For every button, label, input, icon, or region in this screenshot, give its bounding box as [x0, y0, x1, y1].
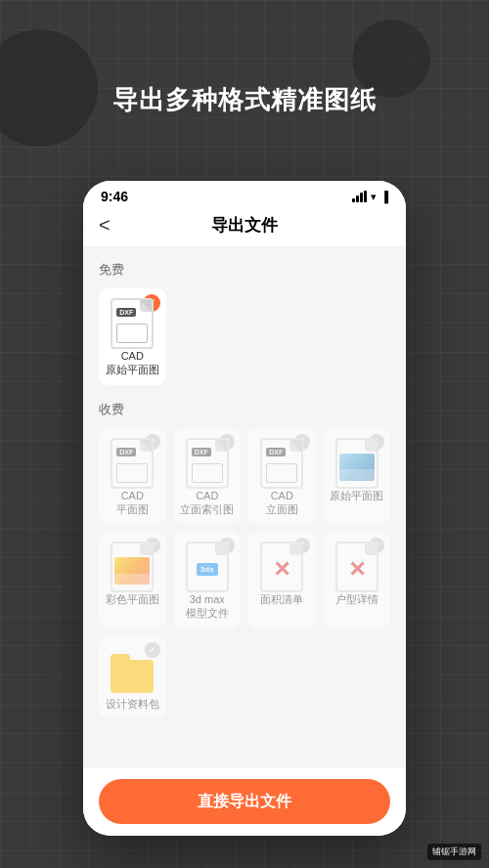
- image-preview: [339, 454, 375, 481]
- dxf-badge: DXF: [266, 448, 286, 456]
- folder-tab: [111, 654, 130, 664]
- list-item[interactable]: DXF CAD原始平面图: [99, 288, 166, 385]
- cad-file-icon: DXF: [111, 298, 154, 349]
- image-file-icon: [335, 438, 378, 489]
- excel-file-icon: ✕: [335, 542, 378, 592]
- status-time: 9:46: [101, 189, 128, 204]
- watermark: 辅锯手游网: [427, 844, 481, 860]
- free-section-label: 免费: [99, 261, 390, 279]
- status-icons: ▾ ▐: [352, 191, 388, 203]
- cad-file-icon: DXF: [111, 438, 154, 489]
- file-name: 设计资料包: [106, 697, 159, 711]
- image-preview: [114, 557, 150, 585]
- list-item[interactable]: ✕ 户型详情: [324, 532, 391, 629]
- paid-file-grid: DXF CAD平面图 DXF CAD立面索引图 DXF: [99, 428, 390, 718]
- nav-bar: < 导出文件: [83, 208, 406, 247]
- 3dmax-file-icon: 3ds: [186, 542, 229, 592]
- nav-title: 导出文件: [211, 214, 278, 237]
- x-mark: ✕: [273, 559, 290, 581]
- list-item[interactable]: 原始平面图: [324, 428, 391, 525]
- file-name: CAD原始平面图: [106, 349, 159, 377]
- dxf-badge: DXF: [192, 448, 211, 456]
- status-bar: 9:46 ▾ ▐: [83, 181, 406, 208]
- cad-lines: [116, 463, 148, 483]
- 3d-badge: 3ds: [197, 563, 218, 576]
- file-name: CAD立面索引图: [180, 489, 234, 517]
- content-area: 免费 DXF CAD原始平面图 收费 DXF CAD平面: [83, 247, 406, 785]
- list-item[interactable]: DXF CAD平面图: [99, 428, 166, 525]
- image-file-icon: [111, 542, 154, 592]
- phone-mockup: 9:46 ▾ ▐ < 导出文件 免费 DXF: [83, 181, 406, 836]
- signal-icon: [352, 191, 367, 202]
- file-name: 3d max模型文件: [186, 592, 229, 621]
- list-item[interactable]: 3ds 3d max模型文件: [174, 532, 242, 629]
- wifi-icon: ▾: [371, 191, 377, 203]
- list-item[interactable]: 设计资料包: [99, 636, 166, 718]
- file-name: 原始平面图: [330, 489, 383, 502]
- file-name: 面积清单: [260, 592, 303, 606]
- hero-title: 导出多种格式精准图纸: [0, 83, 489, 117]
- excel-file-icon: ✕: [260, 542, 303, 592]
- cad-file-icon: DXF: [260, 438, 303, 489]
- cad-file-icon: DXF: [186, 438, 229, 489]
- folder-shape: [111, 650, 154, 693]
- back-button[interactable]: <: [99, 214, 111, 237]
- battery-icon: ▐: [380, 191, 388, 202]
- free-file-grid: DXF CAD原始平面图: [99, 288, 390, 385]
- dxf-badge: DXF: [116, 308, 136, 317]
- cad-lines: [192, 463, 223, 483]
- file-name: 彩色平面图: [106, 592, 159, 606]
- paid-section-label: 收费: [99, 401, 390, 418]
- list-item[interactable]: 彩色平面图: [99, 532, 166, 629]
- cad-lines: [116, 324, 148, 343]
- list-item[interactable]: DXF CAD立面索引图: [174, 428, 242, 525]
- file-name: 户型详情: [335, 592, 378, 606]
- folder-body: [111, 660, 154, 693]
- export-button[interactable]: 直接导出文件: [99, 779, 390, 824]
- list-item[interactable]: DXF CAD立面图: [248, 428, 316, 525]
- cad-lines: [266, 463, 297, 483]
- file-name: CAD平面图: [116, 489, 149, 517]
- export-button-wrapper: 直接导出文件: [83, 766, 406, 836]
- file-name: CAD立面图: [266, 489, 298, 517]
- list-item[interactable]: ✕ 面积清单: [248, 532, 316, 629]
- folder-file-icon: [111, 646, 154, 697]
- dxf-badge: DXF: [116, 448, 136, 456]
- x-mark: ✕: [348, 559, 366, 581]
